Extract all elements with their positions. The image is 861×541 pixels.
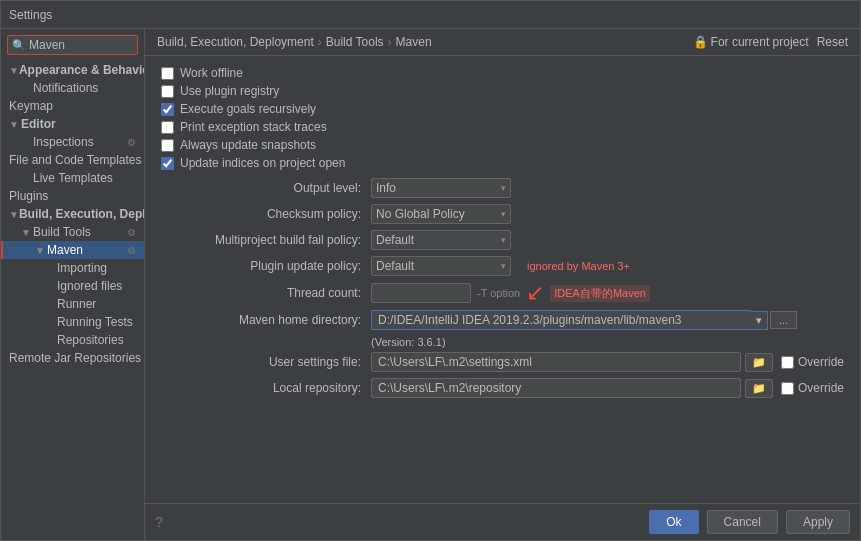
local-repository-override-label: Override [798, 381, 844, 395]
sidebar-item-remote-jar-repositories[interactable]: Remote Jar Repositories [1, 349, 144, 367]
maven-version: (Version: 3.6.1) [371, 336, 844, 348]
output-level-row: Output level: Info ▾ [161, 178, 844, 198]
plugin-update-policy-row: Plugin update policy: Default ▾ ignored … [161, 256, 844, 276]
sidebar-item-editor[interactable]: ▼ Editor [1, 115, 144, 133]
checkbox-always-update-row: Always update snapshots [161, 138, 844, 152]
sidebar-item-label: File and Code Templates [9, 153, 142, 167]
local-repository-override: Override [781, 381, 844, 395]
user-settings-override-checkbox[interactable] [781, 356, 794, 369]
maven-home-browse-button[interactable]: ... [770, 311, 797, 329]
arrow-icon: ▼ [21, 227, 33, 238]
apply-button[interactable]: Apply [786, 510, 850, 534]
sidebar-settings-icon: ⚙ [127, 227, 136, 238]
sidebar-item-build-tools[interactable]: ▼ Build Tools ⚙ [1, 223, 144, 241]
sidebar-settings-icon: ⚙ [127, 137, 136, 148]
update-indices-checkbox[interactable] [161, 157, 174, 170]
output-level-select[interactable]: Info ▾ [371, 178, 511, 198]
thread-count-label: Thread count: [161, 286, 371, 300]
arrow-icon: ▼ [9, 65, 19, 76]
sidebar-item-label: Live Templates [33, 171, 113, 185]
title-bar-text: Settings [9, 8, 52, 22]
sidebar-item-keymap[interactable]: Keymap [1, 97, 144, 115]
use-plugin-registry-checkbox[interactable] [161, 85, 174, 98]
execute-goals-label: Execute goals recursively [180, 102, 316, 116]
always-update-label: Always update snapshots [180, 138, 316, 152]
ok-button[interactable]: Ok [649, 510, 698, 534]
user-settings-browse-button[interactable]: 📁 [745, 353, 773, 372]
sidebar-item-runner[interactable]: Runner [1, 295, 144, 313]
sidebar-item-label: Ignored files [57, 279, 122, 293]
sidebar-item-label: Build Tools [33, 225, 91, 239]
local-repository-browse-button[interactable]: 📁 [745, 379, 773, 398]
user-settings-input[interactable] [371, 352, 741, 372]
multiproject-fail-policy-value: Default [376, 233, 414, 247]
checksum-policy-label: Checksum policy: [161, 207, 371, 221]
always-update-checkbox[interactable] [161, 139, 174, 152]
search-box[interactable]: 🔍 ✕ [7, 35, 138, 55]
print-exception-checkbox[interactable] [161, 121, 174, 134]
chevron-down-icon: ▾ [501, 261, 506, 271]
sidebar-settings-icon: ⚙ [127, 245, 136, 256]
checksum-policy-select[interactable]: No Global Policy ▾ [371, 204, 511, 224]
user-settings-override: Override [781, 355, 844, 369]
sidebar-item-label: Running Tests [57, 315, 133, 329]
arrow-annotation-icon: ↙ [526, 280, 544, 305]
maven-home-control: ▾ ... [371, 310, 797, 330]
arrow-icon: ▼ [9, 119, 21, 130]
sidebar-item-notifications[interactable]: Notifications [1, 79, 144, 97]
checksum-policy-value: No Global Policy [376, 207, 465, 221]
help-icon[interactable]: ? [155, 514, 163, 530]
maven-home-input[interactable] [371, 310, 751, 330]
sidebar-item-live-templates[interactable]: Live Templates [1, 169, 144, 187]
sidebar-item-label: Build, Execution, Deployment [19, 207, 145, 221]
breadcrumb-part2: Build Tools [326, 35, 384, 49]
sidebar-item-build-execution-deployment[interactable]: ▼ Build, Execution, Deployment [1, 205, 144, 223]
user-settings-control: 📁 Override [371, 352, 844, 372]
output-level-value: Info [376, 181, 396, 195]
sidebar-item-running-tests[interactable]: Running Tests [1, 313, 144, 331]
sidebar-item-appearance-behavior[interactable]: ▼ Appearance & Behavior ⚙ [1, 61, 144, 79]
maven-home-label: Maven home directory: [161, 313, 371, 327]
sidebar-item-label: Plugins [9, 189, 48, 203]
bottom-bar: ? Ok Cancel Apply [145, 503, 860, 540]
maven-home-dropdown-button[interactable]: ▾ [751, 311, 768, 330]
checkbox-print-exception-row: Print exception stack traces [161, 120, 844, 134]
search-input[interactable] [29, 38, 145, 52]
sidebar-item-inspections[interactable]: Inspections ⚙ [1, 133, 144, 151]
breadcrumb-sep1: › [318, 35, 322, 49]
thread-count-row: Thread count: -T option ↙ IDEA自带的Maven [161, 282, 844, 304]
breadcrumb-part1: Build, Execution, Deployment [157, 35, 314, 49]
plugin-update-policy-select[interactable]: Default ▾ [371, 256, 511, 276]
local-repository-row: Local repository: 📁 Override [161, 378, 844, 398]
sidebar-item-ignored-files[interactable]: Ignored files [1, 277, 144, 295]
breadcrumb: Build, Execution, Deployment › Build Too… [145, 29, 860, 56]
plugin-update-policy-note: ignored by Maven 3+ [527, 260, 630, 272]
update-indices-label: Update indices on project open [180, 156, 345, 170]
reset-button[interactable]: Reset [817, 35, 848, 49]
sidebar-item-importing[interactable]: Importing [1, 259, 144, 277]
local-repository-override-checkbox[interactable] [781, 382, 794, 395]
cancel-button[interactable]: Cancel [707, 510, 778, 534]
sidebar-item-file-code-templates[interactable]: File and Code Templates [1, 151, 144, 169]
sidebar-item-maven[interactable]: ▼ Maven ⚙ [1, 241, 144, 259]
breadcrumb-part3: Maven [396, 35, 432, 49]
sidebar-section: ▼ Appearance & Behavior ⚙ Notifications … [1, 59, 144, 369]
chevron-down-icon: ▾ [501, 209, 506, 219]
sidebar-item-label: Appearance & Behavior [19, 63, 145, 77]
output-level-label: Output level: [161, 181, 371, 195]
sidebar-item-label: Repositories [57, 333, 124, 347]
work-offline-label: Work offline [180, 66, 243, 80]
thread-count-input[interactable] [371, 283, 471, 303]
multiproject-fail-policy-select[interactable]: Default ▾ [371, 230, 511, 250]
work-offline-checkbox[interactable] [161, 67, 174, 80]
arrow-icon: ▼ [9, 209, 19, 220]
local-repository-input[interactable] [371, 378, 741, 398]
execute-goals-checkbox[interactable] [161, 103, 174, 116]
breadcrumb-sep2: › [388, 35, 392, 49]
user-settings-row: User settings file: 📁 Override [161, 352, 844, 372]
sidebar-item-label: Keymap [9, 99, 53, 113]
sidebar-item-plugins[interactable]: Plugins [1, 187, 144, 205]
user-settings-override-label: Override [798, 355, 844, 369]
sidebar-item-repositories[interactable]: Repositories [1, 331, 144, 349]
local-repository-label: Local repository: [161, 381, 371, 395]
